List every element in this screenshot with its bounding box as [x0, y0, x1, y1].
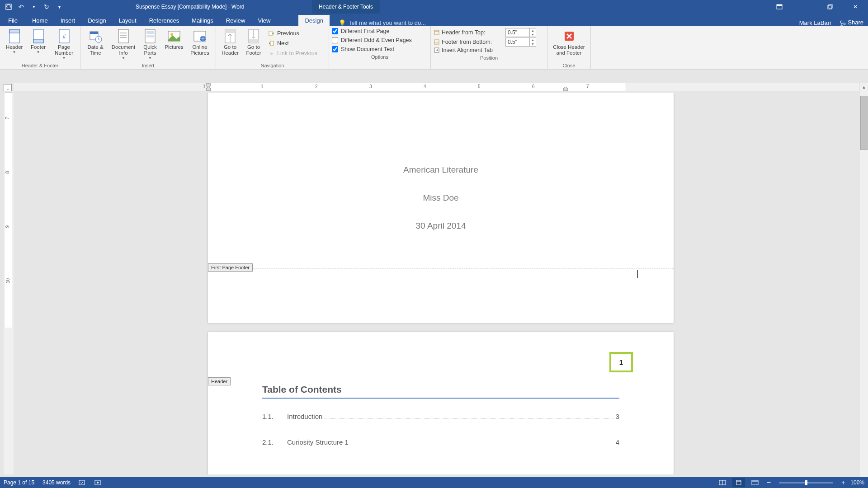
minimize-button[interactable]: — [792, 0, 817, 14]
goto-header-button[interactable]: Go to Header [219, 28, 241, 56]
link-to-previous-button[interactable]: Link to Previous [266, 49, 319, 58]
insert-alignment-tab-button[interactable]: Insert Alignment Tab [434, 47, 544, 53]
document-title: Suspense Essay [Compatibility Mode] - Wo… [136, 4, 245, 10]
group-label-options: Options [329, 54, 430, 61]
next-button[interactable]: Next [266, 39, 319, 48]
link-icon [268, 50, 275, 57]
svg-rect-30 [249, 39, 259, 43]
svg-rect-45 [736, 480, 741, 485]
quick-parts-button[interactable]: Quick Parts▼ [139, 28, 161, 60]
tab-hf-design[interactable]: Design [298, 15, 329, 26]
horizontal-ruler[interactable]: 1 1 2 3 4 5 6 7 [14, 83, 859, 91]
svg-point-6 [844, 23, 845, 25]
footer-from-bottom-input[interactable]: 0.5"▲▼ [505, 38, 536, 47]
previous-button[interactable]: Previous [266, 29, 319, 38]
svg-rect-47 [752, 480, 758, 485]
undo-dropdown[interactable]: ▼ [29, 2, 39, 12]
svg-point-24 [170, 33, 173, 36]
macro-icon[interactable] [94, 479, 101, 486]
svg-point-5 [840, 21, 843, 23]
svg-rect-3 [828, 5, 831, 9]
svg-rect-22 [146, 35, 154, 38]
tab-home[interactable]: Home [26, 15, 54, 26]
print-layout-button[interactable] [732, 478, 745, 487]
svg-rect-4 [829, 5, 832, 8]
svg-marker-40 [206, 87, 211, 91]
undo-button[interactable]: ↶ [16, 2, 26, 12]
zoom-in-button[interactable]: + [840, 479, 847, 486]
group-label-hf: Header & Footer [0, 63, 80, 69]
user-name[interactable]: Mark LaBarr [799, 19, 832, 26]
tab-layout[interactable]: Layout [113, 15, 143, 26]
scrollbar-thumb[interactable] [860, 96, 868, 150]
tab-selector[interactable]: L [4, 84, 12, 91]
svg-text:#: # [62, 33, 66, 40]
scroll-up-icon[interactable]: ▲ [860, 83, 868, 91]
spellcheck-icon[interactable] [79, 479, 86, 486]
tab-references[interactable]: References [143, 15, 185, 26]
different-first-page-checkbox[interactable]: Different First Page [332, 28, 428, 34]
header-button[interactable]: Header▼ [3, 28, 26, 54]
spin-up-icon[interactable]: ▲ [530, 38, 536, 42]
lightbulb-icon: 💡 [339, 19, 346, 26]
tell-me-search[interactable]: 💡 Tell me what you want to do... [330, 19, 426, 26]
right-indent-marker-icon[interactable] [563, 87, 568, 91]
body-text: American Literature [262, 165, 619, 175]
toc-title: Table of Contents [262, 384, 619, 395]
document-area[interactable]: American Literature Miss Doe 30 April 20… [14, 93, 859, 474]
web-layout-button[interactable] [749, 478, 761, 487]
redo-button[interactable]: ↻ [42, 2, 52, 12]
spin-up-icon[interactable]: ▲ [530, 28, 536, 33]
tab-file[interactable]: File [0, 15, 26, 26]
footer-button[interactable]: Footer▼ [27, 28, 50, 54]
svg-rect-28 [225, 29, 235, 33]
toc-row: 2.1. Curiosity Structure 1 4 [262, 438, 619, 446]
date-time-button[interactable]: Date & Time [83, 28, 108, 56]
show-document-text-checkbox[interactable]: Show Document Text [332, 46, 428, 52]
tab-insert[interactable]: Insert [54, 15, 82, 26]
maximize-button[interactable] [817, 0, 843, 14]
page-2[interactable]: 1 Header Table of Contents 1.1. Introduc… [208, 332, 674, 474]
qat-customize[interactable]: ▾ [54, 2, 64, 12]
toc-rule [262, 398, 619, 399]
text-cursor [637, 270, 638, 278]
svg-rect-2 [777, 5, 782, 6]
header-from-top-input[interactable]: 0.5"▲▼ [505, 28, 536, 37]
read-mode-button[interactable] [716, 478, 729, 487]
vertical-scrollbar[interactable]: ▲ [860, 83, 868, 477]
svg-rect-42 [79, 480, 85, 485]
pictures-button[interactable]: Pictures [162, 28, 186, 50]
vertical-ruler[interactable]: 7 8 9 10 [4, 93, 14, 474]
document-info-button[interactable]: Document Info▼ [108, 28, 138, 60]
page-1[interactable]: American Literature Miss Doe 30 April 20… [208, 93, 674, 323]
share-button[interactable]: Share [840, 19, 863, 26]
zoom-level[interactable]: 100% [850, 479, 864, 486]
svg-rect-10 [33, 39, 43, 43]
svg-point-44 [97, 482, 99, 483]
tab-mailings[interactable]: Mailings [185, 15, 220, 26]
spin-down-icon[interactable]: ▼ [530, 33, 536, 37]
zoom-slider[interactable] [779, 482, 833, 483]
svg-rect-35 [434, 40, 439, 44]
word-count[interactable]: 3405 words [42, 479, 71, 486]
goto-footer-button[interactable]: Go to Footer [242, 28, 265, 56]
page-indicator[interactable]: Page 1 of 15 [4, 479, 34, 486]
contextual-tab-label: Header & Footer Tools [312, 0, 380, 14]
zoom-out-button[interactable]: − [765, 479, 773, 487]
online-pictures-button[interactable]: Online Pictures [187, 28, 212, 56]
ribbon-display-options[interactable] [767, 0, 792, 14]
tab-design[interactable]: Design [81, 15, 112, 26]
autosave-icon[interactable] [4, 2, 14, 12]
indent-marker-icon[interactable] [206, 83, 211, 91]
page-number-button[interactable]: # Page Number▼ [51, 28, 77, 60]
close-header-footer-button[interactable]: Close Header and Footer [550, 28, 588, 56]
svg-rect-8 [9, 29, 19, 33]
spin-down-icon[interactable]: ▼ [530, 42, 536, 46]
different-odd-even-checkbox[interactable]: Different Odd & Even Pages [332, 37, 428, 43]
close-button[interactable]: ✕ [843, 0, 868, 14]
ruler-tick: 4 [424, 84, 426, 89]
ruler-tick: 6 [532, 84, 535, 89]
tab-review[interactable]: Review [220, 15, 252, 26]
tab-view[interactable]: View [251, 15, 277, 26]
header-separator [208, 382, 674, 382]
